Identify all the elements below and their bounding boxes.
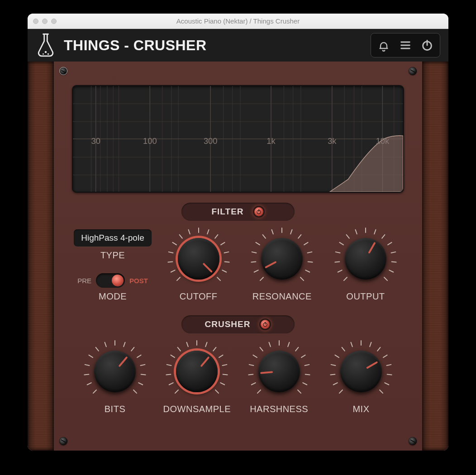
titlebar[interactable]: Acoustic Piano (Nektar) / Things Crusher bbox=[28, 14, 448, 29]
svg-line-117 bbox=[257, 390, 261, 393]
svg-line-129 bbox=[305, 374, 309, 375]
filter-type-label: TYPE bbox=[100, 250, 125, 261]
svg-line-96 bbox=[131, 347, 134, 351]
crusher-enable-toggle[interactable] bbox=[259, 318, 271, 330]
screw-icon bbox=[59, 67, 67, 75]
svg-line-115 bbox=[221, 383, 225, 385]
filter-mode-row: PRE POST bbox=[77, 273, 148, 288]
filter-enable-toggle[interactable] bbox=[253, 206, 265, 218]
svg-line-106 bbox=[171, 355, 175, 357]
svg-line-48 bbox=[207, 230, 209, 234]
crusher-section-title: CRUSHER bbox=[205, 319, 251, 329]
svg-line-76 bbox=[356, 230, 357, 234]
notifications-button[interactable] bbox=[373, 35, 395, 55]
svg-line-127 bbox=[301, 355, 305, 357]
freq-label: 100 bbox=[143, 137, 157, 146]
svg-line-52 bbox=[224, 261, 229, 262]
svg-line-97 bbox=[137, 355, 141, 357]
downsample-knob[interactable] bbox=[165, 340, 228, 403]
svg-line-89 bbox=[84, 374, 89, 375]
svg-line-100 bbox=[138, 383, 143, 385]
svg-line-49 bbox=[215, 235, 218, 238]
mix-knob[interactable] bbox=[329, 340, 393, 403]
svg-line-121 bbox=[253, 355, 257, 357]
filter-type-select[interactable]: HighPass 4-pole bbox=[74, 229, 151, 247]
harshness-label: HARSHNESS bbox=[250, 404, 308, 414]
screw-icon bbox=[409, 67, 417, 75]
svg-line-105 bbox=[167, 365, 171, 366]
svg-line-137 bbox=[342, 347, 345, 351]
svg-line-60 bbox=[263, 235, 266, 238]
svg-line-64 bbox=[298, 235, 301, 238]
cutoff-knob[interactable] bbox=[167, 227, 230, 290]
svg-line-44 bbox=[172, 242, 176, 245]
svg-line-69 bbox=[300, 277, 304, 280]
screw-icon bbox=[59, 437, 67, 445]
mode-pre-label: PRE bbox=[77, 277, 91, 285]
svg-line-99 bbox=[141, 374, 146, 375]
window-controls bbox=[33, 19, 57, 24]
svg-line-138 bbox=[351, 342, 352, 347]
hamburger-icon bbox=[399, 39, 412, 52]
close-window-button[interactable] bbox=[33, 19, 38, 24]
menu-button[interactable] bbox=[395, 35, 416, 55]
freq-label: 30 bbox=[91, 137, 100, 146]
logo-flask-icon bbox=[36, 33, 56, 58]
svg-line-87 bbox=[93, 390, 96, 393]
svg-line-116 bbox=[215, 390, 219, 393]
svg-line-92 bbox=[96, 347, 99, 351]
svg-line-145 bbox=[385, 383, 389, 385]
bypass-button[interactable] bbox=[416, 35, 438, 55]
svg-line-54 bbox=[217, 277, 220, 280]
plugin-title: THINGS - CRUSHER bbox=[64, 37, 207, 54]
svg-point-1 bbox=[43, 53, 44, 55]
spectrum-display[interactable]: 30 100 300 1k 3k 10k bbox=[72, 85, 404, 193]
toggle-thumb bbox=[112, 275, 124, 286]
freq-label: 1k bbox=[267, 137, 276, 146]
bell-icon bbox=[377, 39, 390, 52]
svg-line-142 bbox=[383, 355, 387, 357]
filter-mode-toggle[interactable] bbox=[96, 273, 125, 288]
svg-line-43 bbox=[168, 252, 173, 253]
power-icon bbox=[256, 209, 262, 215]
power-icon bbox=[421, 39, 433, 52]
output-knob[interactable] bbox=[334, 227, 397, 290]
svg-line-79 bbox=[382, 235, 385, 238]
svg-line-82 bbox=[392, 261, 396, 262]
svg-line-63 bbox=[290, 230, 292, 234]
svg-line-133 bbox=[333, 383, 338, 385]
svg-line-132 bbox=[339, 390, 343, 393]
svg-line-93 bbox=[105, 342, 106, 347]
svg-line-111 bbox=[213, 347, 216, 351]
svg-line-102 bbox=[175, 390, 178, 393]
svg-line-140 bbox=[370, 342, 371, 347]
svg-line-51 bbox=[224, 252, 228, 253]
header-toolbar bbox=[371, 33, 440, 57]
svg-line-110 bbox=[205, 342, 207, 347]
bits-label: BITS bbox=[105, 404, 125, 414]
svg-line-122 bbox=[260, 347, 262, 351]
svg-line-135 bbox=[331, 365, 336, 366]
svg-line-57 bbox=[252, 261, 256, 262]
minimize-window-button[interactable] bbox=[42, 19, 48, 24]
svg-line-78 bbox=[374, 230, 376, 234]
svg-line-143 bbox=[387, 365, 391, 366]
svg-line-50 bbox=[221, 242, 224, 245]
svg-line-146 bbox=[380, 390, 383, 393]
svg-line-120 bbox=[249, 365, 253, 366]
svg-line-118 bbox=[251, 383, 255, 385]
svg-line-61 bbox=[272, 230, 273, 234]
svg-line-74 bbox=[339, 242, 343, 245]
svg-line-81 bbox=[391, 252, 396, 253]
zoom-window-button[interactable] bbox=[51, 19, 57, 24]
svg-line-65 bbox=[304, 242, 308, 245]
svg-line-75 bbox=[347, 235, 349, 238]
freq-label: 10k bbox=[376, 137, 390, 146]
freq-label: 3k bbox=[328, 137, 337, 146]
resonance-knob[interactable] bbox=[250, 227, 314, 290]
bits-knob[interactable] bbox=[83, 340, 147, 403]
filter-section-header: FILTER bbox=[181, 203, 295, 221]
svg-line-104 bbox=[167, 374, 171, 375]
svg-line-72 bbox=[335, 261, 339, 262]
harshness-knob[interactable] bbox=[248, 340, 311, 403]
